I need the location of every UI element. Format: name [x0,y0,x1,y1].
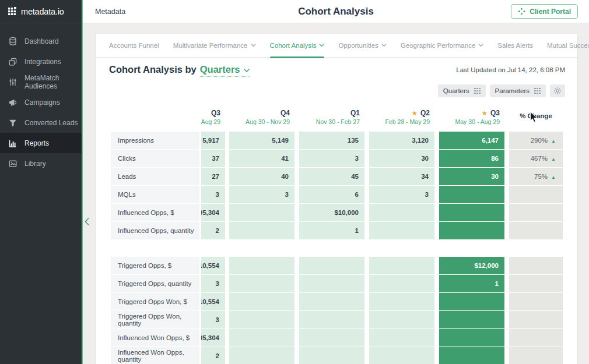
change-cell[interactable] [509,347,563,364]
data-cell[interactable] [369,275,434,292]
data-cell[interactable] [229,329,294,347]
data-cell[interactable] [439,311,504,328]
tab-cohort-analysis[interactable]: Cohort Analysis [270,34,325,58]
data-cell[interactable]: 3 [299,150,364,167]
last-updated: Last Updated on Jul 14, 22, 6:08 PM [456,66,565,73]
data-cell[interactable] [229,293,294,310]
tab-opportunities[interactable]: Opportunities [338,34,386,58]
column-header-quarter[interactable]: Q3 [211,109,220,117]
logo[interactable]: metadata.io [0,0,82,23]
data-cell[interactable]: 05,304 [201,204,225,221]
change-cell[interactable] [509,293,563,310]
sidebar-collapse-button[interactable] [83,216,91,227]
data-cell[interactable] [439,293,504,310]
data-cell[interactable]: 5,149 [229,132,294,149]
data-cell[interactable] [299,275,364,292]
data-cell[interactable] [439,347,504,364]
change-cell[interactable] [509,329,563,347]
change-cell[interactable]: 75%▲ [509,168,563,185]
data-cell[interactable]: 30 [439,168,504,185]
sidebar-item-reports[interactable]: Reports [0,133,82,153]
data-cell[interactable]: 3 [201,186,225,203]
data-cell[interactable]: 86 [439,150,504,167]
data-cell[interactable]: 1 [299,222,364,239]
data-cell[interactable]: 10,554 [201,257,225,274]
data-cell[interactable]: 3 [369,186,434,203]
data-cell[interactable]: 135 [299,132,364,149]
data-cell[interactable] [369,257,434,274]
column-header-quarter[interactable]: Q1 [350,109,360,117]
sidebar-item-campaigns[interactable]: Campaigns [0,92,82,112]
tab-sales-alerts[interactable]: Sales Alerts [497,34,533,58]
data-cell[interactable]: 3,120 [369,132,434,149]
data-cell[interactable] [369,222,434,239]
client-portal-button[interactable]: Client Portal [511,4,578,19]
data-cell[interactable] [229,311,294,328]
data-cell[interactable] [229,257,294,274]
data-cell[interactable]: 5,917 [201,132,225,149]
data-cell[interactable] [439,329,504,347]
change-cell[interactable] [509,222,563,239]
column-header-quarter[interactable]: Q4 [281,109,290,117]
data-cell[interactable] [439,186,504,203]
data-cell[interactable] [369,311,434,328]
data-cell[interactable]: 2 [201,222,225,239]
data-cell[interactable] [299,329,364,347]
data-cell[interactable]: 30 [369,150,434,167]
data-cell[interactable]: 41 [229,150,294,167]
data-cell[interactable]: 3 [201,311,225,328]
sidebar-item-metamatch-audiences[interactable]: MetaMatch Audiences [0,72,82,92]
change-cell[interactable] [509,186,563,203]
change-cell[interactable]: 467%▲ [509,150,563,167]
tab-multivariate-performance[interactable]: Multivariate Performance [173,34,256,58]
data-cell[interactable]: 2 [201,347,225,364]
data-cell[interactable]: 45 [299,168,364,185]
data-cell[interactable]: 1 [439,275,504,292]
tab-mutual-success-plan[interactable]: Mutual Success Plan [547,34,589,58]
data-cell[interactable] [369,329,434,347]
data-cell[interactable] [299,311,364,328]
data-cell[interactable] [229,347,294,364]
settings-button[interactable] [550,84,565,97]
column-header-quarter[interactable]: ★Q3 [482,109,500,117]
data-cell[interactable]: 34 [369,168,434,185]
change-cell[interactable] [509,275,563,292]
column-header-change[interactable]: % Change [509,108,563,128]
data-cell[interactable]: $10,000 [299,204,364,221]
data-cell[interactable]: 6,147 [439,132,504,149]
sidebar-item-converted-leads[interactable]: Converted Leads [0,112,82,133]
sidebar-item-integrations[interactable]: Integrations [0,51,82,72]
sidebar-item-dashboard[interactable]: Dashboard [0,31,82,51]
change-cell[interactable]: 290%▲ [509,132,563,149]
data-cell[interactable]: 3 [229,186,294,203]
quarters-button[interactable]: Quarters [438,84,486,97]
data-cell[interactable]: 3 [201,275,225,292]
tab-geographic-performance[interactable]: Geographic Performance [401,34,483,58]
parameters-button[interactable]: Parameters [490,84,546,97]
data-cell[interactable] [229,222,294,239]
data-cell[interactable] [369,204,434,221]
change-cell[interactable] [509,257,563,274]
data-cell[interactable]: 6 [299,186,364,203]
data-cell[interactable] [299,293,364,310]
sidebar-item-library[interactable]: Library [0,153,82,174]
change-cell[interactable] [509,204,563,221]
column-header-quarter[interactable]: ★Q2 [412,109,430,117]
data-cell[interactable] [229,275,294,292]
data-cell[interactable] [369,293,434,310]
change-cell[interactable] [509,311,563,328]
data-cell[interactable]: 27 [201,168,225,185]
data-cell[interactable] [439,204,504,221]
data-cell[interactable]: 05,304 [201,329,225,347]
data-cell[interactable] [299,257,364,274]
data-cell[interactable] [369,347,434,364]
data-cell[interactable] [229,204,294,221]
data-cell[interactable]: 37 [201,150,225,167]
data-cell[interactable] [299,347,364,364]
period-selector[interactable]: Quarters [200,64,250,77]
tab-accounts-funnel[interactable]: Accounts Funnel [109,34,159,58]
data-cell[interactable]: 40 [229,168,294,185]
data-cell[interactable]: 10,554 [201,293,225,310]
data-cell[interactable] [439,222,504,239]
data-cell[interactable]: $12,000 [439,257,504,274]
